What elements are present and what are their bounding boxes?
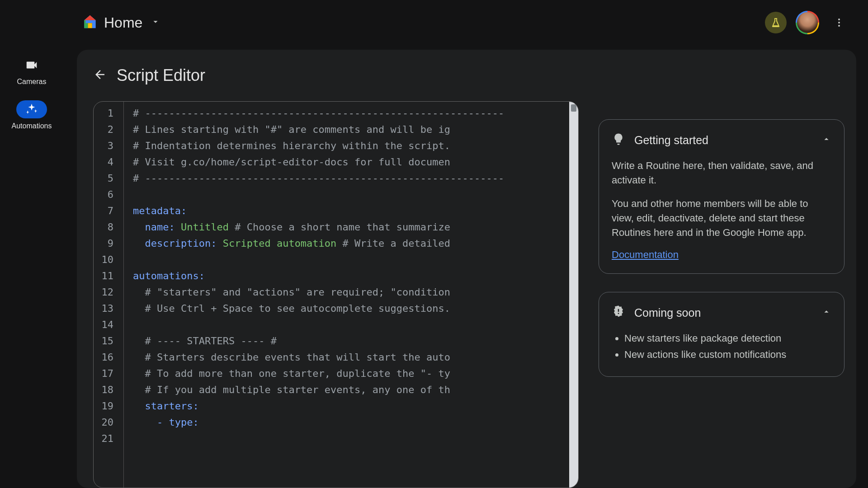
line-number: 1 bbox=[94, 105, 123, 122]
line-number: 16 bbox=[94, 349, 123, 366]
code-line[interactable] bbox=[133, 317, 578, 333]
line-number: 19 bbox=[94, 398, 123, 414]
new-releases-icon bbox=[612, 305, 625, 320]
collapse-button[interactable] bbox=[821, 134, 831, 146]
code-editor[interactable]: 123456789101112131415161718192021 # ----… bbox=[93, 101, 579, 488]
code-line[interactable]: # --------------------------------------… bbox=[133, 170, 578, 187]
labs-button[interactable] bbox=[765, 12, 787, 33]
line-number: 7 bbox=[94, 203, 123, 219]
card-title: Coming soon bbox=[634, 306, 812, 319]
chevron-down-icon bbox=[151, 17, 160, 28]
code-line[interactable]: # Starters describe events that will sta… bbox=[133, 349, 578, 366]
svg-point-1 bbox=[838, 22, 840, 23]
code-line[interactable]: - type: bbox=[133, 414, 578, 431]
documentation-link[interactable]: Documentation bbox=[612, 249, 679, 260]
card-text: You and other home members will be able … bbox=[612, 197, 831, 240]
code-line[interactable]: # "starters" and "actions" are required;… bbox=[133, 284, 578, 300]
sparkle-icon bbox=[16, 100, 47, 118]
line-number: 15 bbox=[94, 333, 123, 349]
google-home-icon bbox=[81, 13, 99, 32]
line-number: 12 bbox=[94, 284, 123, 300]
collapse-button[interactable] bbox=[821, 307, 831, 319]
left-nav: Cameras Automations bbox=[0, 45, 63, 130]
list-item: New actions like custom notifications bbox=[624, 347, 831, 362]
nav-item-cameras[interactable]: Cameras bbox=[16, 56, 47, 86]
card-text: Write a Routine here, then validate, sav… bbox=[612, 159, 831, 188]
line-number: 18 bbox=[94, 382, 123, 398]
home-dropdown[interactable]: Home bbox=[81, 13, 160, 32]
line-number: 17 bbox=[94, 366, 123, 382]
line-number: 20 bbox=[94, 414, 123, 431]
code-line[interactable]: automations: bbox=[133, 268, 578, 284]
svg-point-2 bbox=[838, 25, 840, 27]
code-line[interactable] bbox=[133, 187, 578, 203]
code-line[interactable]: # Lines starting with "#" are comments a… bbox=[133, 122, 578, 138]
code-area[interactable]: # --------------------------------------… bbox=[123, 102, 578, 488]
line-number: 3 bbox=[94, 138, 123, 154]
code-line[interactable]: metadata: bbox=[133, 203, 578, 219]
code-line[interactable]: starters: bbox=[133, 398, 578, 414]
line-number: 4 bbox=[94, 154, 123, 170]
more-menu-button[interactable] bbox=[828, 12, 850, 33]
getting-started-card: Getting started Write a Routine here, th… bbox=[599, 119, 844, 274]
avatar-image bbox=[797, 12, 818, 33]
svg-point-0 bbox=[838, 19, 840, 20]
back-button[interactable] bbox=[93, 68, 107, 83]
line-number: 2 bbox=[94, 122, 123, 138]
nav-item-label: Cameras bbox=[17, 78, 47, 86]
editor-scrollbar[interactable] bbox=[569, 102, 578, 488]
line-number: 6 bbox=[94, 187, 123, 203]
line-number: 5 bbox=[94, 170, 123, 187]
page-header: Script Editor bbox=[93, 66, 579, 85]
top-bar: Home bbox=[0, 0, 868, 45]
line-gutter: 123456789101112131415161718192021 bbox=[94, 102, 123, 488]
code-line[interactable]: description: Scripted automation # Write… bbox=[133, 235, 578, 252]
line-number: 11 bbox=[94, 268, 123, 284]
account-avatar[interactable] bbox=[796, 11, 819, 34]
code-line[interactable]: # Use Ctrl + Space to see autocomplete s… bbox=[133, 300, 578, 317]
code-line[interactable] bbox=[133, 252, 578, 268]
code-line[interactable]: # Indentation determines hierarchy withi… bbox=[133, 138, 578, 154]
code-line[interactable]: name: Untitled # Choose a short name tha… bbox=[133, 219, 578, 235]
lightbulb-icon bbox=[612, 132, 625, 148]
coming-soon-card: Coming soon New starters like package de… bbox=[599, 292, 844, 377]
main-panel: Script Editor 12345678910111213141516171… bbox=[77, 50, 856, 488]
card-title: Getting started bbox=[634, 134, 812, 147]
code-line[interactable]: # Visit g.co/home/script-editor-docs for… bbox=[133, 154, 578, 170]
code-line[interactable]: # If you add multiple starter events, an… bbox=[133, 382, 578, 398]
line-number: 8 bbox=[94, 219, 123, 235]
code-line[interactable]: # To add more than one starter, duplicat… bbox=[133, 366, 578, 382]
app-label: Home bbox=[104, 14, 142, 31]
camera-icon bbox=[16, 56, 47, 74]
page-title: Script Editor bbox=[117, 66, 205, 85]
line-number: 9 bbox=[94, 235, 123, 252]
coming-soon-list: New starters like package detectionNew a… bbox=[612, 331, 831, 362]
list-item: New starters like package detection bbox=[624, 331, 831, 346]
line-number: 10 bbox=[94, 252, 123, 268]
code-line[interactable]: # --------------------------------------… bbox=[133, 105, 578, 122]
code-line[interactable] bbox=[133, 431, 578, 447]
line-number: 21 bbox=[94, 431, 123, 447]
nav-item-label: Automations bbox=[12, 122, 52, 130]
code-line[interactable]: # ---- STARTERS ---- # bbox=[133, 333, 578, 349]
line-number: 14 bbox=[94, 317, 123, 333]
line-number: 13 bbox=[94, 300, 123, 317]
nav-item-automations[interactable]: Automations bbox=[12, 100, 52, 130]
